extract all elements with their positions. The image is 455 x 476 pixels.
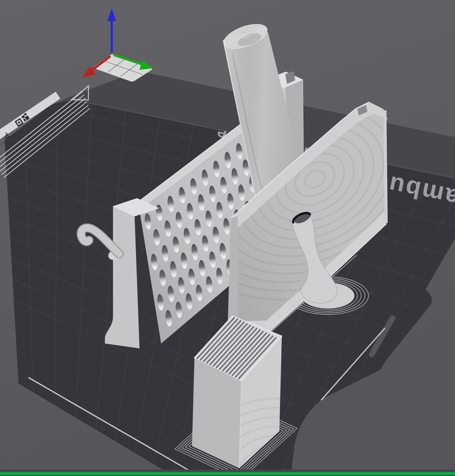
progress-bar-fill: [0, 472, 455, 475]
progress-bar-track: [0, 470, 455, 472]
panel-right-cap: [385, 110, 386, 223]
viewport-3d[interactable]: Bambu Lab Textured PEI Plate P: [0, 0, 455, 476]
